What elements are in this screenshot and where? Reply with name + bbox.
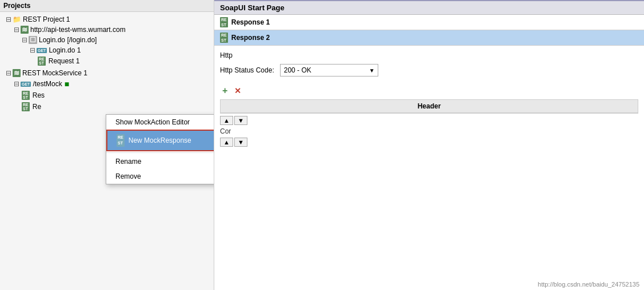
left-panel: Projects ⊟ 📁 REST Project 1 ⊟ ≋ http://a… bbox=[0, 0, 214, 290]
rest-tab-icon-1: REST bbox=[220, 17, 228, 27]
expand-icon[interactable]: ⊟ bbox=[6, 15, 11, 23]
tree-item-request1[interactable]: REST Request 1 bbox=[0, 55, 214, 67]
menu-item-new-mock-response[interactable]: REST New MockResponse Ctrl-N bbox=[106, 130, 214, 151]
project-tree: ⊟ 📁 REST Project 1 ⊟ ≋ http://api-test-w… bbox=[0, 12, 214, 115]
menu-item-label: Remove bbox=[115, 172, 141, 180]
tree-item-login-do[interactable]: ⊟ ☐ Login.do [/login.do] bbox=[0, 35, 214, 45]
rest-icon: REST bbox=[22, 102, 30, 111]
tree-item-res2[interactable]: REST Re bbox=[0, 101, 214, 112]
content-label: Cor bbox=[220, 127, 231, 135]
rest-service-icon: ≋ bbox=[21, 26, 29, 34]
tree-label: Request 1 bbox=[49, 57, 80, 65]
expand-icon[interactable]: ⊟ bbox=[30, 46, 35, 54]
watermark: http://blog.csdn.net/baidu_24752135 bbox=[538, 281, 639, 288]
doc-icon: ☐ bbox=[29, 36, 37, 44]
main-container: Projects ⊟ 📁 REST Project 1 ⊟ ≋ http://a… bbox=[0, 0, 644, 290]
nav-up-button[interactable]: ▲ bbox=[220, 116, 233, 125]
http-status-select[interactable]: 200 - OK 404 - Not Found 500 - Internal … bbox=[280, 64, 378, 76]
right-panel: SoapUI Start Page REST Response 1 REST R… bbox=[214, 0, 644, 290]
get-icon: GET bbox=[21, 82, 31, 87]
tree-label: Re bbox=[33, 103, 41, 111]
table-header: Header bbox=[221, 100, 638, 113]
tree-label: http://api-test-wms.wumart.com bbox=[30, 26, 126, 34]
rest-icon: REST bbox=[38, 57, 46, 66]
nav-arrows: ▲ ▼ bbox=[220, 116, 638, 125]
green-dot: ■ bbox=[65, 79, 69, 88]
tree-label: REST MockService 1 bbox=[22, 69, 87, 77]
tree-label: Login.do 1 bbox=[49, 46, 81, 54]
tree-item-rest-project[interactable]: ⊟ 📁 REST Project 1 bbox=[0, 14, 214, 25]
table-header-header: Header bbox=[221, 100, 638, 112]
menu-item-rename[interactable]: Rename F2 bbox=[106, 154, 214, 169]
response-content: Http Http Status Code: 200 - OK 404 - No… bbox=[214, 46, 644, 82]
tree-item-api-endpoint[interactable]: ⊟ ≋ http://api-test-wms.wumart.com bbox=[0, 25, 214, 35]
nav-arrows-bottom: ▲ ▼ bbox=[220, 138, 638, 147]
expand-icon[interactable]: ⊟ bbox=[14, 26, 19, 34]
expand-icon[interactable]: ⊟ bbox=[6, 69, 11, 77]
context-menu: Show MockAction Editor Enter REST New Mo… bbox=[106, 114, 214, 184]
response-table: Header bbox=[220, 99, 638, 114]
http-status-select-wrapper[interactable]: 200 - OK 404 - Not Found 500 - Internal … bbox=[280, 64, 378, 76]
menu-divider bbox=[106, 152, 214, 153]
folder-icon: 📁 bbox=[13, 15, 21, 23]
http-row: Http bbox=[220, 49, 638, 62]
tree-item-login-do-1[interactable]: ⊟ GET Login.do 1 bbox=[0, 45, 214, 55]
menu-item-label: Rename bbox=[115, 158, 141, 166]
tree-item-res1[interactable]: REST Res bbox=[0, 90, 214, 101]
toolbar-row: + ✕ bbox=[214, 82, 644, 99]
nav-down-button[interactable]: ▼ bbox=[234, 116, 247, 125]
rest-tab-icon-2: REST bbox=[220, 33, 228, 43]
page-title: SoapUI Start Page bbox=[214, 0, 644, 15]
bottom-area: ▲ ▼ Cor ▲ ▼ http://blog.csdn.net/baidu_2… bbox=[214, 114, 644, 290]
response-tab-2[interactable]: REST Response 2 bbox=[214, 30, 644, 46]
tree-item-mock-service[interactable]: ⊟ ≋ REST MockService 1 bbox=[0, 68, 214, 78]
http-status-label: Http Status Code: bbox=[220, 66, 274, 74]
menu-item-remove[interactable]: Remove Delete bbox=[106, 169, 214, 184]
tree-item-testmock[interactable]: ⊟ GET /testMock ■ bbox=[0, 78, 214, 90]
tree-label: /testMock bbox=[33, 80, 62, 88]
http-label: Http bbox=[220, 51, 233, 59]
nav-bottom-down-button[interactable]: ▼ bbox=[234, 138, 247, 147]
tree-label: Login.do [/login.do] bbox=[39, 36, 97, 44]
http-status-row: Http Status Code: 200 - OK 404 - Not Fou… bbox=[220, 62, 638, 79]
expand-icon[interactable]: ⊟ bbox=[14, 80, 19, 88]
projects-header: Projects bbox=[0, 0, 214, 12]
remove-button[interactable]: ✕ bbox=[232, 85, 243, 96]
response-tabs: REST Response 1 REST Response 2 bbox=[214, 15, 644, 46]
rest-icon-menu: REST bbox=[117, 134, 125, 147]
nav-bottom-up-button[interactable]: ▲ bbox=[220, 138, 233, 147]
add-button[interactable]: + bbox=[220, 84, 230, 97]
response-tab-1[interactable]: REST Response 1 bbox=[214, 15, 644, 30]
response-tab-2-label: Response 2 bbox=[231, 34, 270, 42]
menu-item-show-mock-editor[interactable]: Show MockAction Editor Enter bbox=[106, 115, 214, 130]
tree-label: Res bbox=[33, 91, 45, 99]
response-tab-1-label: Response 1 bbox=[231, 18, 270, 26]
expand-icon[interactable]: ⊟ bbox=[22, 36, 27, 44]
menu-item-label: New MockResponse bbox=[129, 136, 191, 144]
rest-service-icon: ≋ bbox=[13, 69, 21, 77]
get-icon: GET bbox=[37, 48, 47, 53]
tree-label: REST Project 1 bbox=[23, 15, 70, 23]
menu-item-label: Show MockAction Editor bbox=[115, 118, 190, 126]
rest-icon: REST bbox=[22, 91, 30, 100]
